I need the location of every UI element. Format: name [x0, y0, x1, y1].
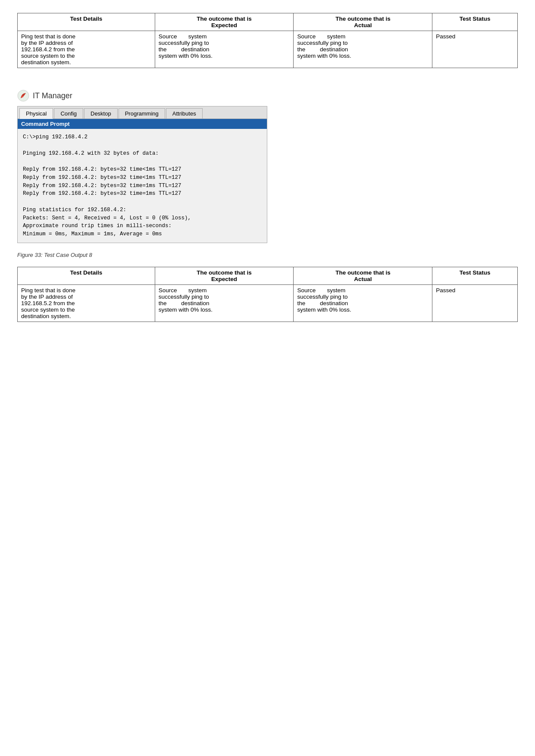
col2-header: The outcome that is Expected [155, 13, 294, 31]
col4-header-t2: Test Status [432, 267, 518, 284]
cell-status-2: Passed [432, 284, 518, 322]
terminal-line: C:\>ping 192.168.4.2 [23, 133, 262, 141]
cell-actual-2: Source systemsuccessfully ping tothe des… [294, 284, 432, 322]
terminal-line [23, 157, 262, 166]
it-manager-logo-icon [17, 90, 29, 102]
table-row: Ping test that is doneby the IP address … [18, 31, 518, 68]
cell-expected-2: Source systemsuccessfully ping tothe des… [155, 284, 294, 322]
col3-header-t2: The outcome that is Actual [294, 267, 432, 284]
terminal-line: Reply from 192.168.4.2: bytes=32 time<1m… [23, 174, 262, 182]
table-row: Ping test that is doneby the IP address … [18, 284, 518, 322]
it-manager-section: IT Manager Physical Config Desktop Progr… [17, 90, 518, 243]
figure-caption: Figure 33: Test Case Output 8 [17, 252, 518, 258]
col1-header: Test Details [18, 13, 155, 31]
terminal-line: Packets: Sent = 4, Received = 4, Lost = … [23, 214, 262, 222]
terminal-line: Approximate round trip times in milli-se… [23, 222, 262, 230]
terminal-output: C:\>ping 192.168.4.2 Pinging 192.168.4.2… [18, 129, 267, 243]
col1-header-t2: Test Details [18, 267, 155, 284]
col2-header-t2: The outcome that is Expected [155, 267, 294, 284]
test-table-1: Test Details The outcome that is Expecte… [17, 13, 518, 68]
col4-header: Test Status [432, 13, 518, 31]
tab-desktop[interactable]: Desktop [84, 108, 118, 119]
terminal-line: Reply from 192.168.4.2: bytes=32 time<1m… [23, 166, 262, 174]
pt-window-content: Command Prompt C:\>ping 192.168.4.2 Ping… [18, 119, 267, 243]
cell-status-1: Passed [432, 31, 518, 68]
command-prompt-bar: Command Prompt [18, 119, 267, 129]
svg-point-1 [22, 96, 23, 97]
terminal-line: Reply from 192.168.4.2: bytes=32 time=1m… [23, 190, 262, 198]
terminal-line: Reply from 192.168.4.2: bytes=32 time=1m… [23, 182, 262, 190]
it-manager-header: IT Manager [17, 90, 518, 102]
terminal-line [23, 198, 262, 206]
cell-details-2: Ping test that is doneby the IP address … [18, 284, 155, 322]
pt-window: Physical Config Desktop Programming Attr… [17, 106, 267, 243]
tab-programming[interactable]: Programming [119, 108, 165, 119]
tab-config[interactable]: Config [54, 108, 83, 119]
cell-expected-1: Source systemsuccessfully ping tothe des… [155, 31, 294, 68]
col3-header: The outcome that is Actual [294, 13, 432, 31]
terminal-line: Minimum = 0ms, Maximum = 1ms, Average = … [23, 230, 262, 238]
terminal-line: Pinging 192.168.4.2 with 32 bytes of dat… [23, 150, 262, 158]
tab-attributes[interactable]: Attributes [166, 108, 203, 119]
it-manager-title: IT Manager [33, 91, 72, 100]
terminal-line: Ping statistics for 192.168.4.2: [23, 206, 262, 214]
terminal-line [23, 141, 262, 150]
cell-details-1: Ping test that is doneby the IP address … [18, 31, 155, 68]
test-table-2: Test Details The outcome that is Expecte… [17, 267, 518, 322]
tab-physical[interactable]: Physical [19, 108, 53, 119]
cell-actual-1: Source systemsuccessfully ping tothe des… [294, 31, 432, 68]
pt-tabs: Physical Config Desktop Programming Attr… [18, 106, 267, 119]
